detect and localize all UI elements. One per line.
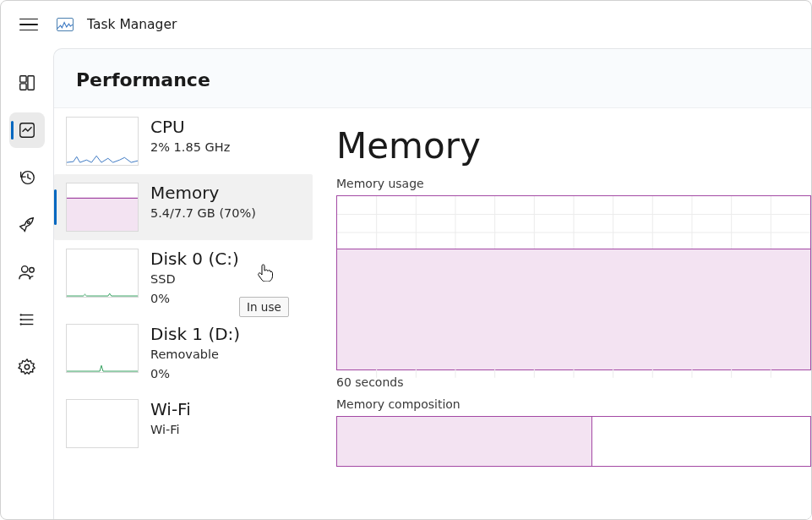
disk1-subtitle-1: Removable [150, 347, 240, 364]
svg-rect-0 [20, 76, 26, 82]
nav-rail [1, 48, 53, 519]
svg-point-14 [25, 364, 30, 369]
page-body: CPU 2% 1.85 GHz Memory [54, 107, 811, 519]
disk0-subtitle-2: 0% [150, 291, 239, 308]
task-manager-window: Task Manager [0, 0, 812, 520]
title-bar: Task Manager [1, 1, 811, 48]
disk1-thumbnail-chart [66, 324, 139, 373]
svg-point-13 [20, 324, 21, 325]
nav-details[interactable] [9, 302, 45, 337]
svg-rect-15 [67, 198, 138, 231]
app-title: Task Manager [87, 17, 177, 32]
memory-subtitle: 5.4/7.7 GB (70%) [150, 205, 256, 222]
nav-startup-apps[interactable] [9, 207, 45, 243]
category-wifi[interactable]: Wi-Fi Wi-Fi [54, 391, 313, 457]
task-manager-icon [57, 18, 74, 31]
wifi-title: Wi-Fi [150, 399, 191, 419]
performance-category-list: CPU 2% 1.85 GHz Memory [54, 108, 313, 519]
wifi-thumbnail-chart [66, 399, 139, 448]
disk0-thumbnail-chart [66, 249, 139, 298]
svg-rect-1 [28, 76, 34, 90]
content-surface: Performance CPU 2% 1.85 GHz [53, 48, 811, 519]
cpu-thumbnail-chart [66, 117, 139, 166]
disk0-title: Disk 0 (C:) [150, 249, 239, 269]
nav-performance[interactable] [9, 112, 45, 148]
nav-users[interactable] [9, 255, 45, 290]
cpu-subtitle: 2% 1.85 GHz [150, 140, 230, 156]
disk1-title: Disk 1 (D:) [150, 324, 240, 344]
composition-label: Memory composition [336, 397, 811, 411]
svg-point-11 [20, 315, 21, 315]
nav-processes[interactable] [9, 65, 45, 101]
memory-thumbnail-chart [66, 183, 139, 232]
window-body: Performance CPU 2% 1.85 GHz [1, 48, 811, 519]
svg-point-5 [27, 222, 30, 224]
page-header: Performance [54, 49, 811, 107]
hamburger-menu-button[interactable] [19, 13, 43, 36]
category-memory[interactable]: Memory 5.4/7.7 GB (70%) [54, 174, 313, 240]
page-title: Performance [76, 69, 811, 90]
svg-point-6 [22, 266, 28, 272]
disk1-subtitle-2: 0% [150, 366, 240, 383]
usage-label: Memory usage [336, 177, 811, 190]
wifi-subtitle: Wi-Fi [150, 422, 191, 439]
category-disk0[interactable]: Disk 0 (C:) SSD 0% [54, 240, 313, 315]
detail-title: Memory [336, 125, 811, 167]
cpu-title: CPU [150, 117, 230, 137]
memory-usage-fill [337, 249, 810, 370]
category-disk1[interactable]: Disk 1 (D:) Removable 0% [54, 315, 313, 391]
svg-rect-2 [20, 84, 26, 90]
memory-usage-chart [336, 195, 811, 370]
category-cpu[interactable]: CPU 2% 1.85 GHz [54, 108, 313, 174]
memory-composition-fill [337, 417, 592, 466]
memory-detail-panel: Memory Memory usage [313, 108, 811, 519]
disk0-subtitle-1: SSD [150, 271, 239, 288]
memory-title: Memory [150, 183, 256, 203]
nav-app-history[interactable] [9, 160, 45, 195]
svg-point-12 [20, 320, 21, 320]
memory-composition-chart [336, 416, 811, 467]
svg-point-7 [30, 268, 35, 273]
nav-settings[interactable] [9, 349, 45, 385]
